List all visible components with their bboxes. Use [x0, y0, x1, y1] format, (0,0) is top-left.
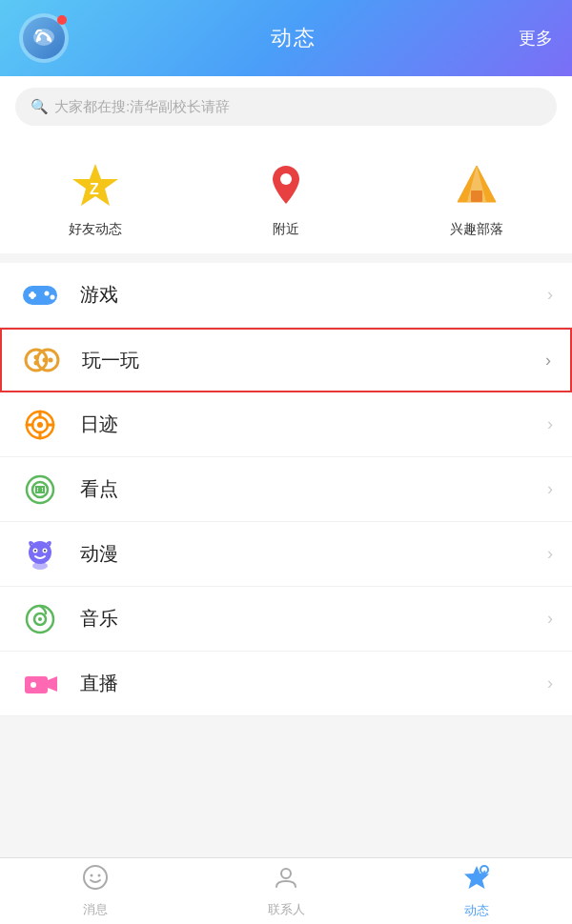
svg-point-19 — [49, 358, 53, 363]
more-button[interactable]: 更多 — [519, 27, 553, 50]
menu-item-live[interactable]: 直播 › — [0, 652, 572, 716]
svg-point-2 — [47, 37, 51, 41]
tab-feed[interactable]: ✦ 动态 — [381, 863, 572, 919]
header: 动态 更多 — [0, 0, 572, 76]
tribe-label: 兴趣部落 — [450, 221, 503, 238]
svg-rect-11 — [31, 291, 34, 299]
tab-messages-label: 消息 — [83, 901, 108, 918]
svg-point-29 — [38, 487, 43, 492]
friends-label: 好友动态 — [69, 221, 122, 238]
page-title: 动态 — [271, 24, 317, 52]
game-icon — [19, 274, 61, 316]
svg-point-5 — [280, 173, 292, 185]
nearby-label: 附近 — [273, 221, 299, 238]
tent-icon — [448, 156, 505, 213]
search-icon: 🔍 — [31, 98, 49, 115]
menu-item-diary[interactable]: 日迹 › — [0, 392, 572, 457]
play-arrow: › — [545, 351, 551, 371]
svg-point-41 — [31, 682, 36, 688]
menu-item-music[interactable]: 音乐 › — [0, 587, 572, 652]
svg-point-43 — [91, 874, 93, 877]
menu-item-kankan[interactable]: 看点 › — [0, 457, 572, 522]
tab-contacts-label: 联系人 — [268, 901, 305, 918]
notification-badge — [57, 15, 67, 25]
live-icon — [19, 663, 61, 705]
svg-point-45 — [281, 869, 291, 878]
music-arrow: › — [547, 609, 553, 629]
game-arrow: › — [547, 285, 553, 305]
svg-point-17 — [34, 361, 39, 366]
svg-point-33 — [34, 550, 36, 552]
svg-point-22 — [37, 422, 43, 428]
kankan-icon — [19, 469, 61, 511]
svg-point-16 — [34, 355, 39, 360]
svg-point-13 — [51, 294, 55, 299]
svg-point-44 — [98, 874, 101, 877]
diary-arrow: › — [547, 414, 553, 434]
manga-label: 动漫 — [80, 541, 547, 567]
search-bar: 🔍 大家都在搜:清华副校长请辞 — [0, 76, 572, 137]
svg-point-18 — [43, 358, 48, 363]
tab-messages[interactable]: 消息 — [0, 864, 191, 918]
manga-icon — [19, 533, 61, 575]
quick-nav-nearby[interactable]: 附近 — [257, 156, 315, 238]
diary-icon — [19, 404, 61, 446]
manga-arrow: › — [547, 544, 553, 564]
star-icon: Z — [67, 156, 124, 213]
menu-item-manga[interactable]: 动漫 › — [0, 522, 572, 587]
svg-point-1 — [37, 37, 41, 41]
svg-point-42 — [84, 866, 107, 889]
tab-feed-label: 动态 — [464, 902, 489, 919]
person-icon — [273, 864, 299, 897]
kankan-label: 看点 — [80, 476, 547, 502]
tab-contacts[interactable]: 联系人 — [191, 864, 381, 918]
app-logo[interactable] — [19, 13, 69, 63]
play-wan-icon — [21, 339, 63, 381]
menu-list: 游戏 › 玩一玩 › — [0, 263, 572, 716]
music-label: 音乐 — [80, 606, 547, 632]
svg-point-34 — [44, 550, 46, 552]
tab-bar: 消息 联系人 ✦ 动态 — [0, 857, 572, 924]
menu-item-game[interactable]: 游戏 › — [0, 263, 572, 328]
live-arrow: › — [547, 673, 553, 693]
music-icon — [19, 598, 61, 640]
kankan-arrow: › — [547, 479, 553, 499]
location-icon — [257, 156, 315, 213]
svg-point-35 — [32, 562, 48, 570]
svg-text:Z: Z — [90, 181, 99, 197]
svg-point-38 — [38, 617, 42, 621]
quick-nav-friends[interactable]: Z 好友动态 — [67, 156, 124, 238]
svg-marker-40 — [48, 676, 57, 692]
quick-nav: Z 好友动态 附近 兴趣部落 — [0, 137, 572, 253]
menu-item-play[interactable]: 玩一玩 › — [0, 328, 572, 392]
search-placeholder: 大家都在搜:清华副校长请辞 — [54, 98, 230, 116]
live-label: 直播 — [80, 671, 547, 696]
diary-label: 日迹 — [80, 412, 547, 437]
star-active-icon: ✦ — [462, 863, 491, 898]
play-label: 玩一玩 — [82, 348, 545, 373]
quick-nav-tribe[interactable]: 兴趣部落 — [448, 156, 505, 238]
svg-point-30 — [29, 541, 51, 564]
svg-rect-8 — [471, 191, 482, 202]
svg-point-12 — [45, 291, 50, 295]
game-label: 游戏 — [80, 282, 547, 308]
smile-icon — [82, 864, 109, 897]
search-input-wrap[interactable]: 🔍 大家都在搜:清华副校长请辞 — [15, 88, 557, 126]
